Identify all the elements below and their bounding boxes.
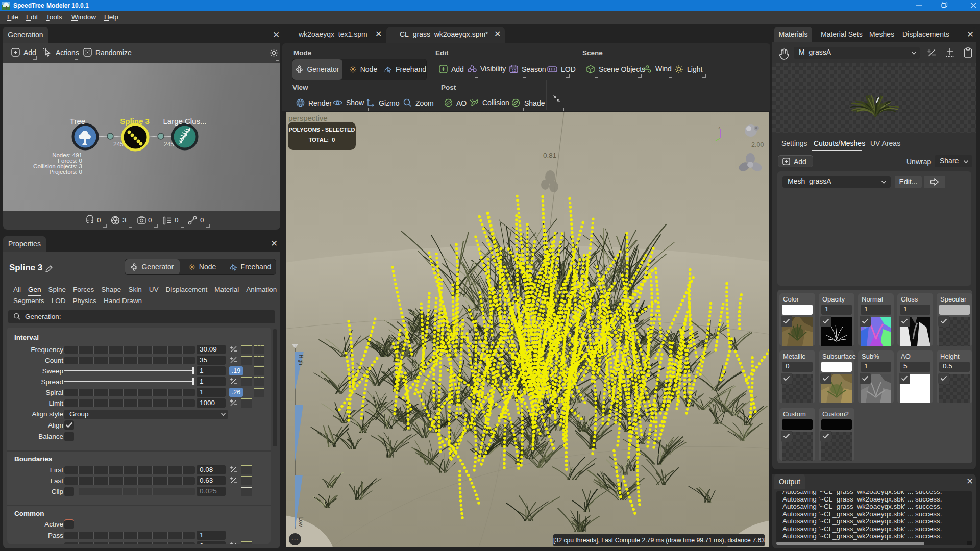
svg-text:Projectors: 0: Projectors: 0: [49, 169, 82, 175]
svg-text:Tree: Tree: [70, 117, 85, 126]
svg-text:Large Clus...: Large Clus...: [163, 117, 206, 126]
svg-text:0.81: 0.81: [543, 152, 556, 159]
svg-text:12: 12: [512, 68, 516, 73]
svg-text:Low: Low: [298, 517, 304, 527]
svg-text:Spline 3: Spline 3: [120, 117, 150, 126]
svg-text:z: z: [718, 125, 721, 130]
svg-text:High: High: [298, 355, 304, 365]
